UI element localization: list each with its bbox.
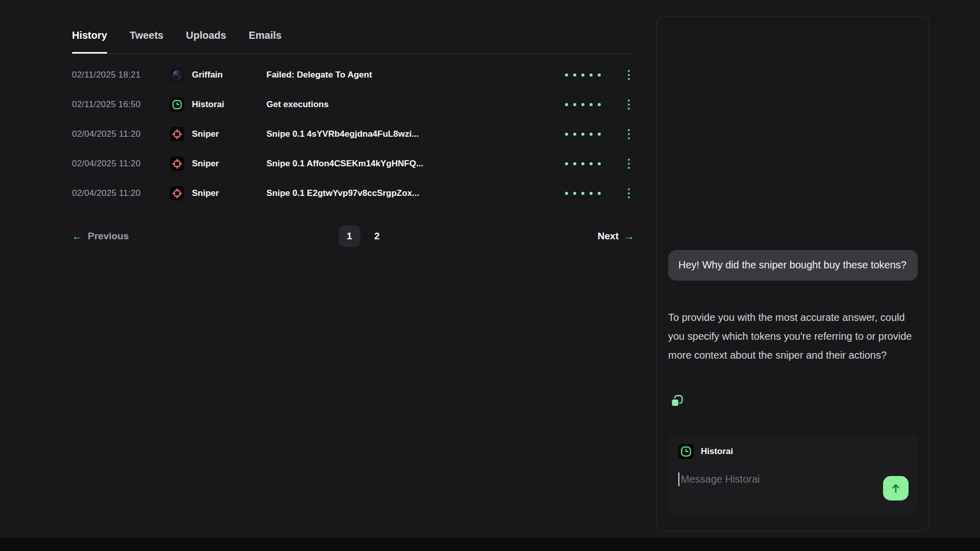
next-label: Next — [598, 231, 619, 242]
status-dot — [565, 162, 568, 165]
activity-dots — [565, 162, 601, 165]
sniper-agent-icon — [170, 127, 184, 141]
history-row[interactable]: 02/11/2025 16:50 Historai Get executions — [72, 90, 634, 119]
status-dot — [590, 133, 593, 136]
row-description: Snipe 0.1 Affon4CSEKm14kYgHNFQ... — [266, 159, 565, 169]
historai-clock-icon — [678, 444, 694, 459]
status-dot — [573, 162, 576, 165]
row-agent: Sniper — [170, 157, 266, 171]
page-number-group: 1 2 — [339, 226, 388, 247]
status-dot — [590, 73, 593, 77]
previous-label: Previous — [88, 231, 129, 242]
row-timestamp: 02/04/2025 11:20 — [72, 188, 170, 198]
status-dot — [565, 192, 568, 195]
agent-name: Historai — [192, 99, 224, 110]
row-menu-kebab-icon[interactable] — [623, 157, 634, 171]
row-menu-kebab-icon[interactable] — [623, 186, 634, 201]
history-row[interactable]: 02/04/2025 11:20 Sniper Snipe 0.1 E2gtwY… — [72, 179, 634, 208]
status-dot — [590, 162, 593, 165]
status-dot — [590, 192, 593, 195]
row-description: Snipe 0.1 4sYVRb4egjdna4FuL8wzi... — [266, 129, 565, 139]
row-menu-kebab-icon[interactable] — [623, 97, 634, 112]
message-input-placeholder: Message Historai — [681, 473, 760, 485]
sniper-agent-icon — [170, 157, 184, 171]
status-dot — [565, 73, 568, 77]
app-root: History Tweets Uploads Emails 02/11/2025… — [0, 0, 980, 551]
message-composer: Historai Message Historai — [668, 434, 918, 515]
historai-agent-icon — [170, 97, 184, 112]
status-dot — [581, 162, 584, 165]
activity-dots — [565, 103, 601, 106]
row-description: Snipe 0.1 E2gtwYvp97v8ccSrgpZox... — [266, 188, 565, 198]
row-description: Failed: Delegate To Agent — [266, 70, 565, 80]
agent-name: Griffain — [192, 70, 223, 80]
arrow-left-icon: ← — [72, 230, 83, 242]
status-dot — [581, 103, 584, 106]
status-dot — [598, 73, 601, 77]
status-dot — [598, 162, 601, 165]
row-timestamp: 02/04/2025 11:20 — [72, 129, 170, 139]
composer-header: Historai — [678, 444, 908, 459]
status-dot — [565, 133, 568, 136]
status-dot — [573, 133, 576, 136]
arrow-up-icon — [889, 482, 902, 495]
activity-dots — [565, 133, 601, 136]
status-dot — [590, 103, 593, 106]
row-agent: Sniper — [170, 186, 266, 201]
tab-history[interactable]: History — [72, 30, 107, 54]
status-dot — [573, 192, 576, 195]
row-timestamp: 02/11/2025 18:21 — [72, 70, 170, 80]
pagination: ← Previous 1 2 Next → — [72, 226, 634, 247]
chat-panel: Hey! Why did the sniper bought buy these… — [656, 16, 929, 531]
agent-name: Sniper — [192, 188, 219, 198]
tab-emails[interactable]: Emails — [249, 30, 281, 54]
agent-name: Sniper — [192, 129, 219, 139]
row-agent: Griffain — [170, 68, 266, 82]
row-agent: Sniper — [170, 127, 266, 141]
history-row[interactable]: 02/04/2025 11:20 Sniper Snipe 0.1 Affon4… — [72, 149, 634, 179]
status-dot — [598, 133, 601, 136]
tab-uploads[interactable]: Uploads — [186, 30, 226, 54]
tab-tweets[interactable]: Tweets — [130, 30, 163, 54]
history-list: 02/11/2025 18:21 — [72, 54, 634, 208]
text-caret — [678, 472, 679, 486]
row-menu-kebab-icon[interactable] — [623, 68, 634, 82]
row-menu-kebab-icon[interactable] — [623, 127, 634, 141]
previous-page-button[interactable]: ← Previous — [72, 230, 129, 242]
status-dot — [581, 133, 584, 136]
history-section: History Tweets Uploads Emails 02/11/2025… — [72, 26, 634, 247]
composer-agent-name: Historai — [701, 446, 733, 457]
copy-icon[interactable] — [669, 394, 684, 409]
sniper-agent-icon — [170, 186, 184, 201]
activity-dots — [565, 73, 601, 77]
row-timestamp: 02/04/2025 11:20 — [72, 159, 170, 169]
user-message-bubble: Hey! Why did the sniper bought buy these… — [668, 250, 918, 281]
status-dot — [581, 192, 584, 195]
tab-bar: History Tweets Uploads Emails — [72, 26, 634, 54]
status-dot — [581, 73, 584, 77]
history-row[interactable]: 02/11/2025 18:21 — [72, 60, 634, 90]
page-button-2[interactable]: 2 — [366, 226, 388, 247]
status-dot — [573, 73, 576, 77]
row-description: Get executions — [266, 99, 565, 110]
next-page-button[interactable]: Next → — [598, 230, 634, 242]
send-button[interactable] — [883, 476, 909, 500]
griffain-agent-icon — [170, 68, 184, 82]
row-agent: Historai — [170, 97, 266, 112]
status-dot — [598, 103, 601, 106]
activity-dots — [565, 192, 601, 195]
history-row[interactable]: 02/04/2025 11:20 Sniper Snipe 0.1 4sYVRb… — [72, 119, 634, 149]
page-button-1[interactable]: 1 — [339, 226, 360, 247]
row-timestamp: 02/11/2025 16:50 — [72, 99, 170, 110]
assistant-message: To provide you with the most accurate an… — [668, 308, 920, 365]
status-dot — [598, 192, 601, 195]
arrow-right-icon: → — [624, 230, 634, 242]
agent-name: Sniper — [192, 159, 219, 169]
bottom-strip — [0, 538, 980, 551]
status-dot — [565, 103, 568, 106]
status-dot — [573, 103, 576, 106]
message-input[interactable]: Message Historai — [678, 472, 908, 486]
